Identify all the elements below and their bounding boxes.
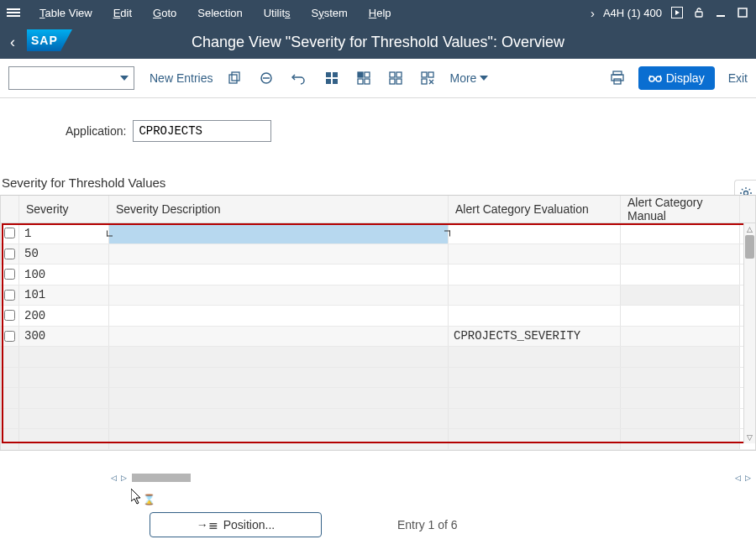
titlebar: ‹ SAP Change View "Severity for Threshol… xyxy=(0,25,756,59)
cell-alert-manual[interactable] xyxy=(621,306,740,326)
scroll-down-icon[interactable]: ▽ xyxy=(744,432,755,443)
hscroll-left-icon[interactable]: ◁ xyxy=(108,473,118,483)
new-entries-button[interactable]: New Entries xyxy=(150,71,213,85)
row-checkbox[interactable] xyxy=(4,290,15,301)
glasses-icon xyxy=(648,72,662,84)
svg-rect-22 xyxy=(390,79,395,84)
application-input[interactable] xyxy=(133,120,271,142)
cell-alert-manual[interactable] xyxy=(621,285,740,306)
row-checkbox[interactable] xyxy=(4,310,15,321)
minimize-icon[interactable] xyxy=(714,6,727,19)
application-label: Application: xyxy=(66,124,126,138)
cell-severity[interactable]: 100 xyxy=(19,264,109,285)
unlock-icon[interactable] xyxy=(692,6,706,19)
row-checkbox[interactable] xyxy=(4,228,15,238)
deselect-all-icon[interactable] xyxy=(389,71,402,85)
cell-alert-eval[interactable] xyxy=(449,223,621,243)
cell-alert-manual[interactable] xyxy=(621,244,740,264)
cell-alert-eval[interactable] xyxy=(449,244,621,264)
svg-rect-19 xyxy=(365,79,370,84)
menu-utilities[interactable]: Utilits xyxy=(255,7,299,19)
cell-alert-manual[interactable] xyxy=(621,264,740,285)
chevron-right-icon[interactable]: › xyxy=(591,6,595,20)
menu-goto[interactable]: Goto xyxy=(144,7,185,19)
svg-rect-13 xyxy=(333,72,338,77)
cell-description[interactable] xyxy=(109,285,449,306)
config-icon[interactable] xyxy=(421,71,434,85)
toolbar: New Entries More Display Exit xyxy=(0,59,756,98)
col-header-alert-manual[interactable]: Alert Category Manual xyxy=(621,196,740,223)
play-icon[interactable] xyxy=(670,6,684,19)
chevron-down-icon xyxy=(480,76,488,81)
menu-table-view[interactable]: Table View xyxy=(31,7,101,19)
svg-marker-1 xyxy=(675,10,680,15)
table-row[interactable]: 50 xyxy=(1,244,755,265)
cell-description[interactable] xyxy=(109,223,449,243)
table-row[interactable]: 100 xyxy=(1,264,755,285)
cell-severity[interactable]: 1 xyxy=(19,223,109,243)
display-button[interactable]: Display xyxy=(638,66,715,90)
cell-description[interactable] xyxy=(109,244,449,264)
view-dropdown[interactable] xyxy=(8,66,134,90)
exit-button[interactable]: Exit xyxy=(728,71,748,85)
cell-severity[interactable]: 101 xyxy=(19,285,109,306)
svg-rect-15 xyxy=(333,79,338,84)
menu-selection[interactable]: Selection xyxy=(189,7,250,19)
hamburger-icon[interactable] xyxy=(7,7,20,18)
svg-rect-8 xyxy=(229,75,237,83)
row-checkbox-cell xyxy=(1,327,19,347)
scroll-up-icon[interactable]: △ xyxy=(744,223,755,235)
vertical-scrollbar[interactable]: △ ▽ xyxy=(743,223,755,443)
cell-description[interactable] xyxy=(109,327,449,347)
print-icon[interactable] xyxy=(610,71,625,86)
hscroll-left2-icon[interactable]: ◁ xyxy=(732,473,743,483)
table-row[interactable]: 101 xyxy=(1,285,755,306)
cell-alert-eval[interactable] xyxy=(449,306,621,326)
col-header-severity[interactable]: Severity xyxy=(19,196,109,223)
position-button[interactable]: →≣ Position... xyxy=(150,512,322,537)
horizontal-scroll: ◁ ▷ ◁ ▷ xyxy=(0,472,756,484)
row-checkbox-cell xyxy=(1,223,19,243)
more-menu[interactable]: More xyxy=(449,71,488,85)
svg-rect-12 xyxy=(326,72,331,77)
col-header-description[interactable]: Severity Description xyxy=(109,196,449,223)
scroll-thumb[interactable] xyxy=(745,235,754,259)
hscroll-thumb[interactable] xyxy=(132,474,191,482)
row-checkbox[interactable] xyxy=(4,249,15,259)
svg-rect-21 xyxy=(396,72,402,77)
cell-alert-manual[interactable] xyxy=(621,327,740,347)
svg-text:SAP: SAP xyxy=(31,34,58,47)
menu-help[interactable]: Help xyxy=(360,7,400,19)
table-row[interactable]: 1 xyxy=(1,223,755,244)
hscroll-right-icon[interactable]: ▷ xyxy=(118,473,129,483)
select-block-icon[interactable] xyxy=(357,71,370,85)
cell-severity[interactable]: 200 xyxy=(19,306,109,326)
row-checkbox[interactable] xyxy=(4,269,15,280)
select-all-icon[interactable] xyxy=(325,71,339,85)
hscroll-track[interactable] xyxy=(132,474,729,482)
chevron-down-icon xyxy=(120,76,129,81)
undo-icon[interactable] xyxy=(291,71,307,85)
cell-description[interactable] xyxy=(109,306,449,326)
delete-icon[interactable] xyxy=(260,71,273,85)
menu-edit[interactable]: Edit xyxy=(105,7,140,19)
back-button[interactable]: ‹ xyxy=(10,34,15,51)
col-header-alert-eval[interactable]: Alert Category Evaluation xyxy=(449,196,621,223)
cell-description[interactable] xyxy=(109,264,449,285)
table-header: Severity Severity Description Alert Cate… xyxy=(1,196,755,223)
table-row[interactable]: 200 xyxy=(1,306,755,327)
table-row[interactable]: 300CPROJECTS_SEVERITY xyxy=(1,327,755,348)
svg-rect-18 xyxy=(358,79,363,84)
cell-severity[interactable]: 50 xyxy=(19,244,109,264)
cell-alert-eval[interactable] xyxy=(449,285,621,306)
cell-alert-manual[interactable] xyxy=(621,223,740,243)
svg-rect-9 xyxy=(232,72,239,81)
cell-alert-eval[interactable]: CPROJECTS_SEVERITY xyxy=(449,327,621,347)
copy-icon[interactable] xyxy=(228,71,241,85)
row-checkbox[interactable] xyxy=(4,331,15,342)
cell-alert-eval[interactable] xyxy=(449,264,621,285)
cell-severity[interactable]: 300 xyxy=(19,327,109,347)
menu-system[interactable]: System xyxy=(303,7,356,19)
maximize-icon[interactable] xyxy=(736,6,749,19)
hscroll-right2-icon[interactable]: ▷ xyxy=(743,473,753,483)
